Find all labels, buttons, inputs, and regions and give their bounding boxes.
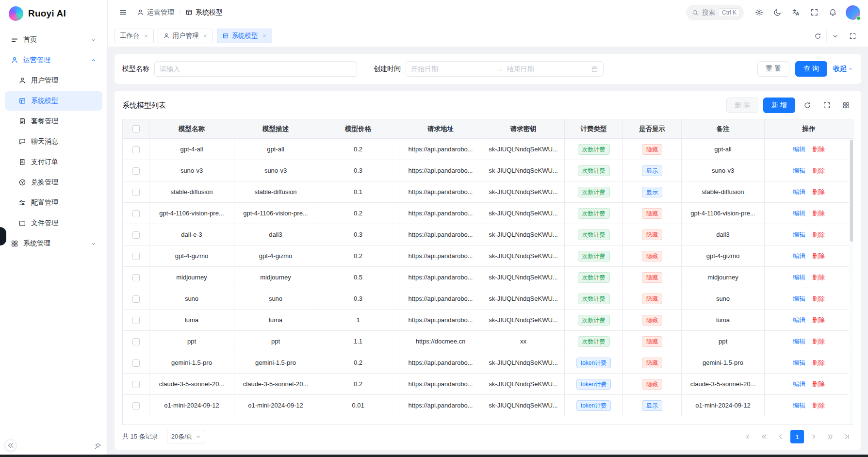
row-checkbox[interactable] (132, 231, 140, 239)
billing-type-badge: 次数计费 (578, 165, 610, 176)
scrollbar-thumb[interactable] (850, 140, 853, 242)
page-number-current[interactable]: 1 (790, 430, 804, 443)
settings-gear-icon[interactable] (752, 5, 766, 20)
edit-link[interactable]: 编辑 (793, 338, 805, 345)
notifications-bell-icon[interactable] (825, 5, 840, 20)
batch-delete-button[interactable]: 删 除 (726, 98, 758, 113)
sidebar-item-redeem-management[interactable]: 兑换管理 (5, 173, 102, 192)
row-delete-link[interactable]: 删除 (812, 146, 825, 153)
row-checkbox[interactable] (132, 253, 140, 260)
sidebar-item-system-model[interactable]: 系统模型 (5, 91, 102, 111)
row-delete-link[interactable]: 删除 (812, 402, 825, 409)
dchevron-left-icon[interactable] (757, 430, 771, 443)
sidebar-item-payment-orders[interactable]: 支付订单 (5, 152, 102, 172)
tab-workbench[interactable]: 工作台 (115, 29, 154, 43)
add-button[interactable]: 新 增 (763, 98, 795, 113)
row-delete-link[interactable]: 删除 (812, 338, 825, 345)
start-date-input[interactable] (411, 65, 492, 73)
tab-user-management[interactable]: 用户管理 (158, 29, 213, 43)
global-search[interactable]: 搜索 Ctrl K (686, 5, 744, 20)
edit-link[interactable]: 编辑 (793, 146, 805, 153)
table-scrollbar[interactable] (849, 139, 853, 424)
sidebar-item-home[interactable]: 首页 (5, 30, 102, 49)
breadcrumb-item-system-model[interactable]: 系统模型 (185, 8, 223, 17)
edit-link[interactable]: 编辑 (793, 210, 805, 217)
chevron-left-icon[interactable] (774, 430, 787, 443)
chevron-right-icon[interactable] (807, 430, 820, 443)
row-delete-link[interactable]: 删除 (812, 167, 825, 174)
sidebar-item-chat-messages[interactable]: 聊天消息 (5, 132, 102, 151)
edit-link[interactable]: 编辑 (793, 231, 805, 238)
sidebar-item-file-management[interactable]: 文件管理 (5, 213, 102, 233)
row-checkbox[interactable] (132, 146, 140, 153)
row-checkbox[interactable] (132, 381, 140, 388)
edit-link[interactable]: 编辑 (793, 359, 805, 366)
dark-mode-icon[interactable] (770, 5, 785, 20)
sidebar-item-label: 支付订单 (31, 158, 58, 166)
edit-link[interactable]: 编辑 (793, 402, 805, 409)
close-icon[interactable] (144, 33, 148, 38)
close-icon[interactable] (203, 33, 208, 38)
dchevron-right-icon[interactable] (823, 430, 837, 443)
row-delete-link[interactable]: 删除 (812, 252, 825, 260)
column-settings-icon[interactable] (839, 98, 853, 113)
row-delete-link[interactable]: 删除 (812, 188, 825, 196)
order-icon (18, 158, 26, 166)
breadcrumb-item-operations[interactable]: 运营管理 (137, 8, 174, 17)
row-checkbox[interactable] (132, 402, 140, 409)
model-name-input[interactable] (154, 61, 357, 77)
refresh-table-icon[interactable] (800, 98, 815, 113)
date-range-picker[interactable]: → (406, 61, 604, 77)
row-checkbox[interactable] (132, 167, 140, 175)
sidebar-item-operations[interactable]: 运营管理 (5, 50, 102, 70)
table-fullscreen-icon[interactable] (819, 98, 834, 113)
row-checkbox[interactable] (132, 210, 140, 217)
fullscreen-icon[interactable] (807, 5, 821, 20)
edit-link[interactable]: 编辑 (793, 167, 805, 174)
edit-link[interactable]: 编辑 (793, 274, 805, 281)
query-button[interactable]: 查 询 (795, 61, 827, 77)
row-checkbox[interactable] (132, 295, 140, 303)
row-delete-link[interactable]: 删除 (812, 316, 825, 324)
translate-icon[interactable] (788, 5, 803, 20)
edit-link[interactable]: 编辑 (793, 188, 805, 196)
collapse-sidebar-button[interactable] (5, 440, 16, 451)
sidebar-item-config-management[interactable]: 配置管理 (5, 193, 102, 212)
edit-link[interactable]: 编辑 (793, 380, 805, 388)
edit-link[interactable]: 编辑 (793, 295, 805, 302)
hamburger-icon[interactable] (115, 5, 130, 20)
cell-remark: gemini-1.5-pro (682, 352, 765, 374)
last-page-icon[interactable] (840, 430, 853, 443)
row-checkbox[interactable] (132, 359, 140, 367)
first-page-icon[interactable] (741, 430, 754, 443)
sidebar-item-system-management[interactable]: 系统管理 (5, 234, 102, 253)
row-delete-link[interactable]: 删除 (812, 231, 825, 238)
tab-system-model[interactable]: 系统模型 (217, 29, 272, 43)
sidebar-item-package-management[interactable]: 套餐管理 (5, 112, 102, 131)
edit-link[interactable]: 编辑 (793, 252, 805, 260)
select-all-checkbox[interactable] (132, 125, 140, 132)
row-checkbox[interactable] (132, 338, 140, 345)
tab-menu-chevron-icon[interactable] (826, 30, 844, 42)
row-delete-link[interactable]: 删除 (812, 210, 825, 217)
row-checkbox[interactable] (132, 274, 140, 281)
row-checkbox[interactable] (132, 317, 140, 324)
row-delete-link[interactable]: 删除 (812, 359, 825, 366)
row-delete-link[interactable]: 删除 (812, 295, 825, 302)
row-checkbox[interactable] (132, 189, 140, 196)
edit-link[interactable]: 编辑 (793, 316, 805, 324)
close-icon[interactable] (262, 33, 267, 38)
refresh-tab-icon[interactable] (809, 30, 826, 42)
row-delete-link[interactable]: 删除 (812, 274, 825, 281)
sidebar-item-user-management[interactable]: 用户管理 (5, 71, 102, 90)
app-logo[interactable]: Ruoyi AI (0, 0, 107, 27)
pin-sidebar-icon[interactable] (94, 442, 101, 450)
cell-model-desc: gpt-all (234, 139, 317, 160)
content-fullscreen-icon[interactable] (844, 30, 861, 42)
row-delete-link[interactable]: 删除 (812, 380, 825, 388)
avatar[interactable] (846, 5, 860, 20)
collapse-filter-link[interactable]: 收起 (833, 65, 853, 73)
reset-button[interactable]: 重 置 (757, 61, 789, 77)
page-size-select[interactable]: 20条/页 (167, 430, 205, 443)
end-date-input[interactable] (507, 65, 589, 73)
